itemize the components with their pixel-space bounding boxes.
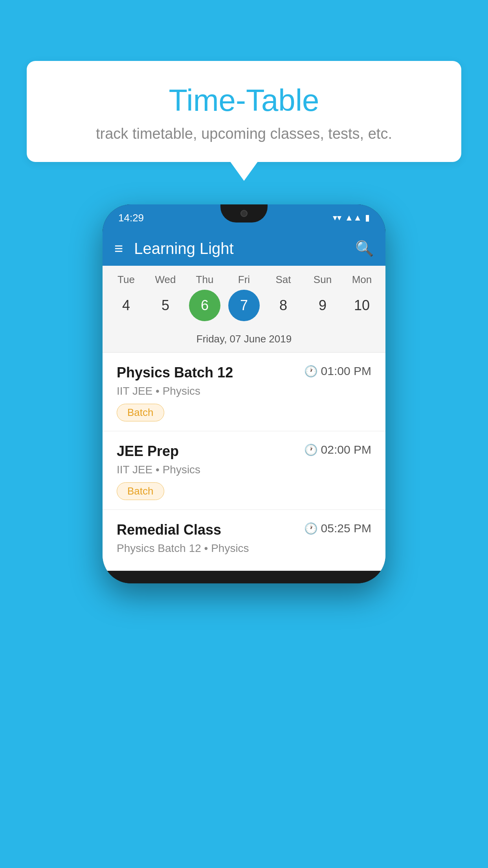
class-detail-1: IIT JEE • Physics xyxy=(117,385,371,397)
calendar-strip: Tue Wed Thu Fri Sat Sun Mon 4 5 6 7 8 9 … xyxy=(103,266,385,353)
class-detail-2: IIT JEE • Physics xyxy=(117,463,371,476)
day-name-fri: Fri xyxy=(228,274,260,286)
day-10[interactable]: 10 xyxy=(346,290,378,321)
status-icons: ▾▾ ▲▲ ▮ xyxy=(333,213,370,223)
day-name-wed: Wed xyxy=(150,274,181,286)
class-time-2: 🕐 02:00 PM xyxy=(304,443,371,456)
hamburger-icon[interactable]: ≡ xyxy=(114,240,123,257)
phone-bottom xyxy=(103,571,385,583)
signal-icon: ▲▲ xyxy=(345,213,362,223)
day-name-thu: Thu xyxy=(189,274,220,286)
wifi-icon: ▾▾ xyxy=(333,213,341,223)
day-7-selected[interactable]: 7 xyxy=(228,290,260,321)
class-time-3: 🕐 05:25 PM xyxy=(304,522,371,535)
clock-icon-3: 🕐 xyxy=(304,522,318,535)
class-time-value-1: 01:00 PM xyxy=(321,364,371,378)
clock-icon-2: 🕐 xyxy=(304,443,318,456)
day-5[interactable]: 5 xyxy=(150,290,181,321)
bubble-title: Time-Table xyxy=(50,83,438,118)
bubble-subtitle: track timetable, upcoming classes, tests… xyxy=(50,125,438,142)
class-card-3[interactable]: Remedial Class 🕐 05:25 PM Physics Batch … xyxy=(103,510,385,571)
speech-bubble: Time-Table track timetable, upcoming cla… xyxy=(27,61,461,162)
batch-badge-2: Batch xyxy=(117,482,164,500)
class-name-3: Remedial Class xyxy=(117,522,221,538)
search-icon[interactable]: 🔍 xyxy=(355,240,374,257)
day-name-sun: Sun xyxy=(307,274,338,286)
camera xyxy=(240,210,248,217)
app-bar: ≡ Learning Light 🔍 xyxy=(103,231,385,266)
class-time-1: 🕐 01:00 PM xyxy=(304,364,371,378)
day-4[interactable]: 4 xyxy=(110,290,142,321)
day-names-row: Tue Wed Thu Fri Sat Sun Mon xyxy=(103,274,385,290)
class-name-2: JEE Prep xyxy=(117,443,179,460)
class-time-value-3: 05:25 PM xyxy=(321,522,371,535)
phone-content: Physics Batch 12 🕐 01:00 PM IIT JEE • Ph… xyxy=(103,353,385,571)
selected-date-label: Friday, 07 June 2019 xyxy=(103,329,385,353)
day-9[interactable]: 9 xyxy=(307,290,338,321)
day-name-sat: Sat xyxy=(268,274,299,286)
class-name-1: Physics Batch 12 xyxy=(117,364,233,381)
class-detail-3: Physics Batch 12 • Physics xyxy=(117,542,371,555)
battery-icon: ▮ xyxy=(365,213,370,223)
class-card-1[interactable]: Physics Batch 12 🕐 01:00 PM IIT JEE • Ph… xyxy=(103,353,385,431)
notch xyxy=(220,204,268,223)
day-name-tue: Tue xyxy=(110,274,142,286)
day-name-mon: Mon xyxy=(346,274,378,286)
class-card-2-header: JEE Prep 🕐 02:00 PM xyxy=(117,443,371,460)
class-card-2[interactable]: JEE Prep 🕐 02:00 PM IIT JEE • Physics Ba… xyxy=(103,431,385,510)
app-title: Learning Light xyxy=(134,240,355,257)
batch-badge-1: Batch xyxy=(117,404,164,421)
phone-container: 14:29 ▾▾ ▲▲ ▮ ≡ Learning Light 🔍 Tue Wed… xyxy=(103,204,385,583)
day-6-today[interactable]: 6 xyxy=(189,290,220,321)
status-time: 14:29 xyxy=(118,212,144,224)
class-card-3-header: Remedial Class 🕐 05:25 PM xyxy=(117,522,371,538)
status-bar: 14:29 ▾▾ ▲▲ ▮ xyxy=(103,204,385,231)
class-time-value-2: 02:00 PM xyxy=(321,443,371,456)
day-8[interactable]: 8 xyxy=(268,290,299,321)
phone-frame: 14:29 ▾▾ ▲▲ ▮ ≡ Learning Light 🔍 Tue Wed… xyxy=(103,204,385,583)
class-card-1-header: Physics Batch 12 🕐 01:00 PM xyxy=(117,364,371,381)
speech-bubble-container: Time-Table track timetable, upcoming cla… xyxy=(27,61,461,162)
day-numbers-row: 4 5 6 7 8 9 10 xyxy=(103,290,385,329)
clock-icon-1: 🕐 xyxy=(304,365,318,378)
